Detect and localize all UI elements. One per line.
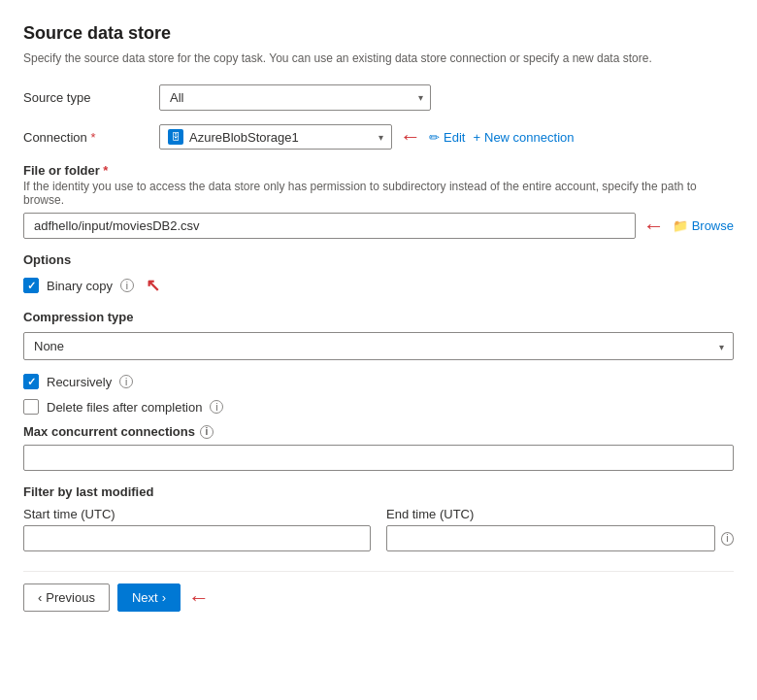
compression-select[interactable]: None GZip Deflate bzip2 ZipDeflate Snapp… bbox=[23, 332, 734, 360]
start-time-input-row bbox=[23, 525, 371, 551]
connection-label: Connection * bbox=[23, 130, 159, 145]
end-time-info-icon: i bbox=[721, 532, 734, 546]
file-arrow-indicator: ← bbox=[643, 214, 665, 239]
compression-section: Compression type None GZip Deflate bzip2… bbox=[23, 310, 734, 360]
start-time-label: Start time (UTC) bbox=[23, 507, 371, 521]
file-folder-hint: If the identity you use to access the da… bbox=[23, 180, 734, 207]
browse-button[interactable]: 📁 Browse bbox=[673, 218, 734, 233]
connection-chevron-icon: ▾ bbox=[378, 132, 383, 143]
delete-files-label: Delete files after completion bbox=[47, 400, 202, 415]
connection-dropdown[interactable]: 🗄 AzureBlobStorage1 ▾ bbox=[159, 124, 392, 150]
recursively-checkmark: ✓ bbox=[27, 377, 36, 387]
source-type-row: Source type All Azure Blob Storage Azure… bbox=[23, 84, 734, 111]
options-label: Options bbox=[23, 252, 734, 267]
page-subtitle: Specify the source data store for the co… bbox=[23, 51, 734, 65]
time-row: Start time (UTC) End time (UTC) i bbox=[23, 507, 734, 551]
source-type-select-wrapper: All Azure Blob Storage Azure Data Lake A… bbox=[159, 84, 431, 111]
footer: ‹ Previous Next › ← bbox=[23, 571, 734, 612]
delete-files-info-icon: i bbox=[210, 400, 223, 414]
delete-files-checkbox[interactable]: ✓ bbox=[23, 399, 39, 415]
compression-dropdown-wrapper: None GZip Deflate bzip2 ZipDeflate Snapp… bbox=[23, 332, 734, 360]
recursively-info-icon: i bbox=[119, 375, 133, 388]
filter-section: Filter by last modified Start time (UTC)… bbox=[23, 484, 734, 551]
next-button[interactable]: Next › bbox=[117, 583, 181, 612]
connection-required: * bbox=[90, 130, 95, 145]
file-input-row: ← 📁 Browse bbox=[23, 213, 734, 239]
recursively-checkbox[interactable]: ✓ bbox=[23, 374, 39, 389]
end-time-input[interactable] bbox=[386, 525, 715, 551]
folder-icon: 📁 bbox=[673, 218, 688, 233]
binary-copy-label: Binary copy bbox=[47, 279, 113, 293]
binary-copy-checkbox[interactable]: ✓ bbox=[23, 278, 39, 293]
prev-chevron-icon: ‹ bbox=[38, 590, 42, 605]
recursively-row: ✓ Recursively i bbox=[23, 374, 734, 389]
connection-row: Connection * 🗄 AzureBlobStorage1 ▾ ← ✏ E… bbox=[23, 124, 734, 150]
binary-copy-checkmark: ✓ bbox=[27, 281, 36, 291]
binary-copy-row: ✓ Binary copy i ↖ bbox=[23, 275, 734, 296]
source-type-select[interactable]: All Azure Blob Storage Azure Data Lake A… bbox=[159, 84, 431, 111]
edit-icon: ✏ bbox=[429, 130, 440, 145]
max-connections-label: Max concurrent connections i bbox=[23, 424, 734, 439]
next-chevron-icon: › bbox=[162, 590, 166, 605]
blob-storage-icon: 🗄 bbox=[168, 129, 183, 145]
options-section: Options ✓ Binary copy i ↖ bbox=[23, 252, 734, 296]
connection-controls: 🗄 AzureBlobStorage1 ▾ ← ✏ Edit + New con… bbox=[159, 124, 575, 150]
end-time-label: End time (UTC) bbox=[386, 507, 734, 521]
next-arrow-indicator: ← bbox=[188, 585, 210, 611]
end-time-input-row: i bbox=[386, 525, 734, 551]
page-title: Source data store bbox=[23, 23, 734, 44]
new-connection-button[interactable]: + New connection bbox=[473, 130, 574, 145]
file-path-input[interactable] bbox=[23, 213, 636, 239]
end-time-field: End time (UTC) i bbox=[386, 507, 734, 551]
edit-connection-button[interactable]: ✏ Edit bbox=[429, 130, 465, 145]
file-folder-section: File or folder * If the identity you use… bbox=[23, 163, 734, 239]
max-connections-input[interactable] bbox=[23, 445, 734, 471]
filter-label: Filter by last modified bbox=[23, 484, 734, 499]
file-folder-label: File or folder * bbox=[23, 163, 734, 178]
binary-copy-info-icon: i bbox=[120, 279, 134, 292]
start-time-input[interactable] bbox=[23, 525, 371, 551]
max-conn-info-icon: i bbox=[200, 425, 214, 439]
compression-label: Compression type bbox=[23, 310, 734, 324]
binary-copy-arrow: ↖ bbox=[146, 275, 160, 296]
plus-icon: + bbox=[473, 130, 480, 145]
start-time-field: Start time (UTC) bbox=[23, 507, 371, 551]
previous-button[interactable]: ‹ Previous bbox=[23, 583, 110, 612]
connection-arrow-indicator: ← bbox=[400, 124, 421, 150]
delete-files-row: ✓ Delete files after completion i bbox=[23, 399, 734, 415]
recursively-label: Recursively bbox=[47, 375, 112, 389]
file-required: * bbox=[100, 163, 109, 178]
source-type-label: Source type bbox=[23, 90, 159, 105]
max-connections-section: Max concurrent connections i bbox=[23, 424, 734, 471]
connection-value: AzureBlobStorage1 bbox=[189, 130, 373, 145]
